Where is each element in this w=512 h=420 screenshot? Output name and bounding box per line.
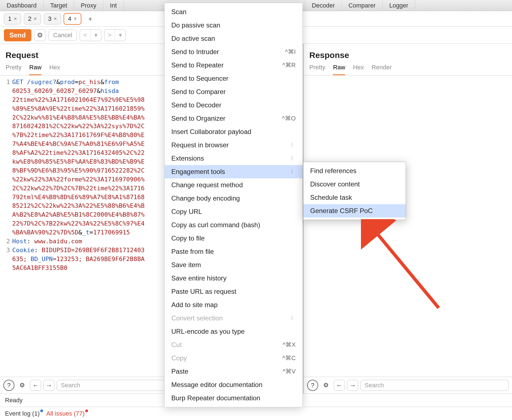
response-subtabs: Pretty Raw Hex Render bbox=[304, 64, 512, 75]
tab-decoder[interactable]: Decoder bbox=[305, 0, 342, 11]
response-title: Response bbox=[304, 44, 512, 64]
response-subtab-raw[interactable]: Raw bbox=[333, 64, 345, 75]
gear-icon[interactable]: ⚙ bbox=[34, 29, 46, 41]
response-subtab-pretty[interactable]: Pretty bbox=[309, 64, 325, 75]
repeater-tab-3-label: 3 bbox=[48, 15, 51, 22]
event-log-badge-icon bbox=[40, 409, 43, 412]
ctx-scan[interactable]: Scan bbox=[165, 5, 302, 19]
ctx-send-to-repeater[interactable]: Send to Repeater^⌘R bbox=[165, 59, 302, 72]
prev-match-button[interactable]: ← bbox=[30, 380, 41, 391]
cancel-button[interactable]: Cancel bbox=[49, 30, 77, 41]
ctx-copy-as-curl-command-bash-[interactable]: Copy as curl command (bash) bbox=[165, 218, 302, 232]
engagement-tools-submenu: Find referencesDiscover contentSchedule … bbox=[303, 162, 406, 220]
history-forward-button[interactable]: > bbox=[104, 30, 115, 41]
repeater-tab-2[interactable]: 2× bbox=[24, 13, 41, 24]
ctx-url-encode-as-you-type[interactable]: URL-encode as you type bbox=[165, 325, 302, 338]
ctx-insert-collaborator-payload[interactable]: Insert Collaborator payload bbox=[165, 125, 302, 138]
gear-icon[interactable]: ⚙ bbox=[320, 380, 332, 391]
ctx-copy-to-file[interactable]: Copy to file bbox=[165, 232, 302, 245]
ctx-copy-url[interactable]: Copy URL bbox=[165, 205, 302, 218]
submenu-generate-csrf-poc[interactable]: Generate CSRF PoC bbox=[303, 204, 406, 217]
event-log-link[interactable]: Event log (1) bbox=[5, 410, 40, 417]
ctx-convert-selection: Convert selection〉 bbox=[165, 312, 302, 325]
ctx-save-entire-history[interactable]: Save entire history bbox=[165, 272, 302, 285]
close-icon[interactable]: × bbox=[54, 16, 57, 22]
ctx-do-active-scan[interactable]: Do active scan bbox=[165, 32, 302, 45]
request-subtab-pretty[interactable]: Pretty bbox=[6, 64, 21, 75]
ctx-engagement-tools[interactable]: Engagement tools〉 bbox=[165, 165, 302, 178]
ctx-request-in-browser[interactable]: Request in browser〉 bbox=[165, 138, 302, 152]
prev-match-button[interactable]: ← bbox=[334, 380, 345, 391]
ctx-copy: Copy^⌘C bbox=[165, 351, 302, 365]
history-back-group: < ▾ bbox=[80, 29, 101, 41]
response-search-input[interactable]: Search bbox=[360, 380, 509, 391]
response-subtab-render[interactable]: Render bbox=[372, 64, 392, 75]
all-issues-label: All issues (77) bbox=[46, 410, 85, 417]
tab-intruder[interactable]: Int bbox=[103, 0, 124, 11]
ctx-send-to-sequencer[interactable]: Send to Sequencer bbox=[165, 72, 302, 85]
history-fwd-group: > ▾ bbox=[104, 29, 126, 41]
tab-proxy[interactable]: Proxy bbox=[74, 0, 103, 11]
ctx-cut: Cut^⌘X bbox=[165, 338, 302, 351]
tab-logger[interactable]: Logger bbox=[383, 0, 415, 11]
ctx-send-to-comparer[interactable]: Send to Comparer bbox=[165, 85, 302, 98]
response-footer: ? ⚙ ← → Search bbox=[304, 377, 512, 393]
ctx-burp-repeater-documentation[interactable]: Burp Repeater documentation bbox=[165, 391, 302, 405]
ctx-send-to-intruder[interactable]: Send to Intruder^⌘I bbox=[165, 45, 302, 59]
ctx-add-to-site-map[interactable]: Add to site map bbox=[165, 298, 302, 312]
ctx-change-body-encoding[interactable]: Change body encoding bbox=[165, 192, 302, 205]
repeater-tab-4[interactable]: 4× bbox=[64, 13, 81, 24]
ctx-save-item[interactable]: Save item bbox=[165, 258, 302, 272]
request-subtab-raw[interactable]: Raw bbox=[29, 64, 41, 75]
submenu-schedule-task[interactable]: Schedule task bbox=[303, 191, 406, 204]
request-subtab-hex[interactable]: Hex bbox=[49, 64, 60, 75]
all-issues-link[interactable]: All issues (77) bbox=[46, 410, 85, 417]
add-tab-button[interactable]: ＋ bbox=[84, 14, 97, 24]
submenu-find-references[interactable]: Find references bbox=[303, 164, 406, 178]
help-icon[interactable]: ? bbox=[3, 380, 14, 391]
ctx-extensions[interactable]: Extensions〉 bbox=[165, 152, 302, 165]
gear-icon[interactable]: ⚙ bbox=[17, 380, 28, 391]
ctx-paste-from-file[interactable]: Paste from file bbox=[165, 245, 302, 258]
close-icon[interactable]: × bbox=[34, 16, 37, 22]
history-forward-dropdown[interactable]: ▾ bbox=[115, 30, 126, 41]
event-log-label: Event log (1) bbox=[5, 410, 40, 417]
history-back-button[interactable]: < bbox=[80, 30, 91, 41]
issues-badge-icon bbox=[85, 409, 88, 412]
context-menu: ScanDo passive scanDo active scanSend to… bbox=[164, 3, 303, 407]
repeater-tab-2-label: 2 bbox=[28, 15, 31, 22]
history-back-dropdown[interactable]: ▾ bbox=[91, 30, 101, 41]
repeater-tab-3[interactable]: 3× bbox=[44, 13, 61, 24]
ctx-paste[interactable]: Paste^⌘V bbox=[165, 365, 302, 378]
next-match-button[interactable]: → bbox=[43, 380, 54, 391]
repeater-tab-4-label: 4 bbox=[68, 15, 71, 22]
repeater-tab-1-label: 1 bbox=[8, 15, 11, 22]
response-subtab-hex[interactable]: Hex bbox=[353, 64, 364, 75]
send-button[interactable]: Send bbox=[4, 29, 31, 41]
help-icon[interactable]: ? bbox=[307, 380, 318, 391]
ctx-message-editor-documentation[interactable]: Message editor documentation bbox=[165, 378, 302, 391]
submenu-discover-content[interactable]: Discover content bbox=[303, 178, 406, 191]
bottom-bar: Event log (1) All issues (77) bbox=[0, 407, 512, 420]
response-editor[interactable] bbox=[304, 75, 512, 377]
close-icon[interactable]: × bbox=[74, 16, 77, 22]
ctx-paste-url-as-request[interactable]: Paste URL as request bbox=[165, 285, 302, 298]
tab-comparer[interactable]: Comparer bbox=[342, 0, 383, 11]
next-match-button[interactable]: → bbox=[347, 380, 358, 391]
tab-dashboard[interactable]: Dashboard bbox=[0, 0, 44, 11]
ctx-send-to-organizer[interactable]: Send to Organizer^⌘O bbox=[165, 112, 302, 125]
status-ready: Ready bbox=[5, 397, 23, 404]
ctx-change-request-method[interactable]: Change request method bbox=[165, 178, 302, 192]
ctx-send-to-decoder[interactable]: Send to Decoder bbox=[165, 98, 302, 112]
ctx-do-passive-scan[interactable]: Do passive scan bbox=[165, 19, 302, 32]
tab-target[interactable]: Target bbox=[44, 0, 74, 11]
close-icon[interactable]: × bbox=[14, 16, 17, 22]
repeater-tab-1[interactable]: 1× bbox=[4, 13, 21, 24]
